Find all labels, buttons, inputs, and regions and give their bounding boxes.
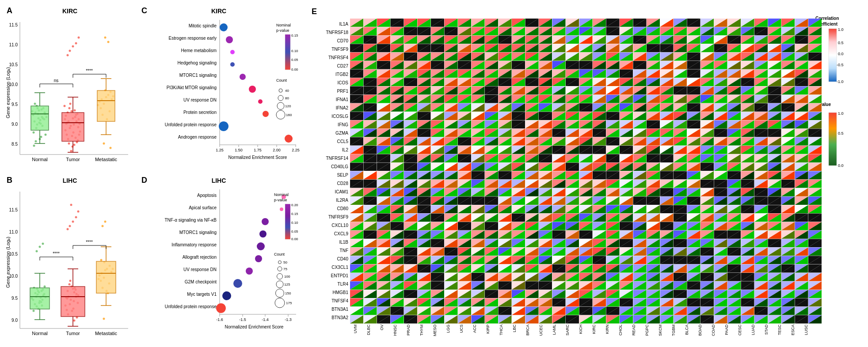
svg-text:CD28: CD28	[337, 181, 348, 186]
svg-point-312	[277, 274, 283, 279]
svg-text:0.00: 0.00	[291, 237, 298, 241]
svg-text:8.5: 8.5	[11, 142, 18, 147]
dot-heme	[230, 50, 235, 54]
svg-text:HMGB1: HMGB1	[332, 290, 348, 295]
svg-text:LBC: LBC	[512, 324, 517, 332]
svg-text:ICOS: ICOS	[338, 80, 349, 85]
svg-text:Count: Count	[274, 252, 285, 256]
svg-point-54	[71, 110, 73, 113]
svg-point-75	[64, 105, 66, 107]
svg-point-314	[276, 281, 283, 288]
svg-text:TGBM: TGBM	[671, 324, 676, 336]
svg-text:0.10: 0.10	[291, 221, 298, 225]
svg-text:THYM: THYM	[419, 324, 424, 336]
svg-text:TNFRSF9: TNFRSF9	[328, 215, 348, 219]
svg-point-195	[77, 211, 80, 213]
svg-text:80: 80	[285, 96, 289, 100]
svg-text:BOAD: BOAD	[698, 324, 702, 336]
svg-text:IFNA2: IFNA2	[336, 106, 349, 110]
svg-point-193	[75, 216, 77, 219]
svg-text:TNFRSF14: TNFRSF14	[326, 156, 348, 161]
svg-point-71	[68, 143, 70, 145]
svg-text:11.0: 11.0	[9, 230, 18, 234]
svg-text:****: ****	[86, 68, 93, 73]
svg-text:READ: READ	[632, 324, 636, 336]
svg-text:Heme metabolism: Heme metabolism	[181, 48, 217, 53]
svg-text:Hedgehog signaling: Hedgehog signaling	[178, 60, 217, 65]
svg-text:Normalized Enrichment Score: Normalized Enrichment Score	[225, 324, 284, 329]
svg-text:Myc targets V1: Myc targets V1	[187, 292, 217, 297]
svg-text:TNF: TNF	[340, 248, 348, 253]
svg-text:1.0: 1.0	[838, 111, 844, 116]
svg-point-36	[33, 145, 35, 147]
svg-point-192	[69, 225, 71, 227]
svg-text:Estrogen response early: Estrogen response early	[169, 36, 217, 41]
svg-point-83	[67, 54, 69, 57]
svg-text:MESO: MESO	[433, 324, 437, 336]
svg-text:G2M checkpoint: G2M checkpoint	[185, 279, 217, 284]
svg-text:OV: OV	[380, 324, 384, 330]
normal-box	[31, 106, 49, 130]
svg-text:IL1B: IL1B	[339, 240, 348, 245]
svg-point-35	[40, 136, 42, 138]
svg-text:-1.6: -1.6	[216, 317, 223, 322]
svg-text:****: ****	[86, 240, 93, 245]
heatmap-svg: E IL1A TNFRSF18 CD70 TNFSF9 TNFRSF4 CD27…	[309, 4, 857, 347]
svg-point-272	[278, 95, 283, 101]
dot-g2m	[233, 279, 242, 288]
svg-text:0.15: 0.15	[291, 212, 298, 216]
svg-point-79	[70, 150, 72, 152]
svg-point-81	[69, 50, 71, 52]
svg-point-157	[39, 246, 41, 248]
svg-text:Tumor: Tumor	[66, 157, 80, 162]
svg-text:SELP: SELP	[337, 173, 348, 177]
svg-text:Androgen response: Androgen response	[178, 135, 217, 140]
svg-text:PRF1: PRF1	[337, 89, 348, 94]
svg-text:Metastatic: Metastatic	[95, 331, 118, 336]
panel-c-label: C	[141, 6, 147, 15]
svg-point-308	[278, 261, 282, 264]
panel-c-svg: C KIRC Mitotic spindle Estrogen response…	[139, 4, 305, 170]
dot-unfolded-d	[216, 303, 226, 313]
svg-text:2.25: 2.25	[292, 148, 300, 152]
svg-text:KIRN: KIRN	[605, 324, 609, 334]
svg-point-270	[279, 89, 282, 92]
svg-text:11.5: 11.5	[9, 207, 18, 212]
svg-point-274	[277, 102, 284, 109]
dot-tnf	[262, 218, 269, 225]
svg-text:0.10: 0.10	[291, 49, 298, 53]
svg-text:CCL5: CCL5	[337, 139, 348, 144]
svg-text:11.5: 11.5	[9, 23, 18, 27]
svg-text:1.75: 1.75	[254, 148, 262, 152]
svg-text:150: 150	[285, 291, 291, 295]
svg-text:Apical surface: Apical surface	[189, 205, 217, 210]
svg-point-67	[73, 144, 76, 146]
svg-point-63	[74, 109, 76, 112]
panel-b-label: B	[7, 176, 12, 185]
dot-hedgehog	[230, 62, 235, 67]
svg-text:UV response DN: UV response DN	[183, 98, 217, 102]
svg-text:-0.5: -0.5	[837, 63, 844, 67]
svg-text:ICAM1: ICAM1	[335, 189, 348, 194]
svg-point-106	[103, 143, 105, 145]
svg-text:ns: ns	[54, 78, 59, 83]
svg-text:Normal: Normal	[32, 157, 47, 162]
middle-panel: C KIRC Mitotic spindle Estrogen response…	[139, 4, 307, 343]
svg-text:IL2RA: IL2RA	[336, 198, 348, 203]
svg-point-58	[69, 107, 71, 109]
panel-a-svg: A KIRC Gene expression (Log₂) 8.5 9.0 9.…	[4, 4, 135, 170]
svg-point-84	[78, 37, 80, 39]
svg-text:BTN3A2: BTN3A2	[331, 315, 348, 320]
svg-text:Unfolded protein response: Unfolded protein response	[165, 304, 217, 309]
svg-point-194	[67, 228, 69, 230]
svg-text:PRAD: PRAD	[406, 324, 411, 336]
svg-text:LGG: LGG	[446, 324, 450, 333]
svg-text:50: 50	[283, 260, 287, 264]
svg-text:CXCL10: CXCL10	[331, 223, 348, 228]
svg-text:coefficient: coefficient	[815, 22, 838, 26]
dot-mtorc1	[240, 74, 246, 80]
svg-text:CD40: CD40	[337, 256, 348, 261]
svg-point-191	[72, 221, 74, 223]
svg-text:UCS: UCS	[459, 324, 464, 333]
svg-text:TNF-α signaling via NF-κB: TNF-α signaling via NF-κB	[165, 218, 217, 223]
